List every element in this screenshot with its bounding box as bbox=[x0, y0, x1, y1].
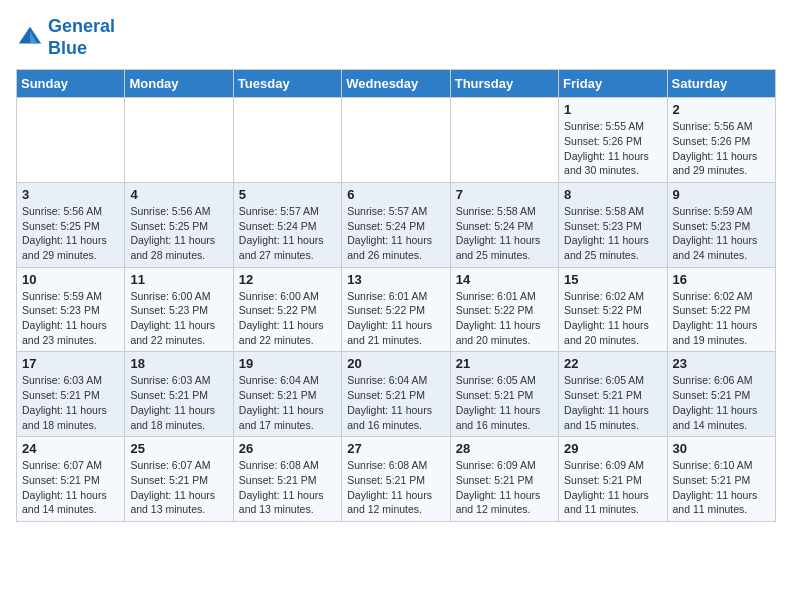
day-cell: 13Sunrise: 6:01 AM Sunset: 5:22 PM Dayli… bbox=[342, 267, 450, 352]
day-number: 18 bbox=[130, 356, 227, 371]
day-info: Sunrise: 5:59 AM Sunset: 5:23 PM Dayligh… bbox=[673, 204, 770, 263]
page-header: General Blue bbox=[16, 16, 776, 59]
day-number: 11 bbox=[130, 272, 227, 287]
day-cell: 28Sunrise: 6:09 AM Sunset: 5:21 PM Dayli… bbox=[450, 437, 558, 522]
day-info: Sunrise: 6:01 AM Sunset: 5:22 PM Dayligh… bbox=[456, 289, 553, 348]
day-info: Sunrise: 6:02 AM Sunset: 5:22 PM Dayligh… bbox=[673, 289, 770, 348]
day-cell: 30Sunrise: 6:10 AM Sunset: 5:21 PM Dayli… bbox=[667, 437, 775, 522]
day-cell: 14Sunrise: 6:01 AM Sunset: 5:22 PM Dayli… bbox=[450, 267, 558, 352]
day-info: Sunrise: 6:10 AM Sunset: 5:21 PM Dayligh… bbox=[673, 458, 770, 517]
week-row-3: 10Sunrise: 5:59 AM Sunset: 5:23 PM Dayli… bbox=[17, 267, 776, 352]
weekday-header-sunday: Sunday bbox=[17, 70, 125, 98]
day-cell bbox=[17, 98, 125, 183]
day-info: Sunrise: 5:56 AM Sunset: 5:25 PM Dayligh… bbox=[130, 204, 227, 263]
day-cell: 23Sunrise: 6:06 AM Sunset: 5:21 PM Dayli… bbox=[667, 352, 775, 437]
week-row-1: 1Sunrise: 5:55 AM Sunset: 5:26 PM Daylig… bbox=[17, 98, 776, 183]
calendar-table: SundayMondayTuesdayWednesdayThursdayFrid… bbox=[16, 69, 776, 522]
day-info: Sunrise: 6:05 AM Sunset: 5:21 PM Dayligh… bbox=[564, 373, 661, 432]
week-row-2: 3Sunrise: 5:56 AM Sunset: 5:25 PM Daylig… bbox=[17, 182, 776, 267]
day-cell bbox=[125, 98, 233, 183]
day-number: 10 bbox=[22, 272, 119, 287]
day-info: Sunrise: 6:06 AM Sunset: 5:21 PM Dayligh… bbox=[673, 373, 770, 432]
day-info: Sunrise: 6:03 AM Sunset: 5:21 PM Dayligh… bbox=[130, 373, 227, 432]
day-number: 9 bbox=[673, 187, 770, 202]
day-info: Sunrise: 6:09 AM Sunset: 5:21 PM Dayligh… bbox=[564, 458, 661, 517]
weekday-header-wednesday: Wednesday bbox=[342, 70, 450, 98]
day-info: Sunrise: 6:09 AM Sunset: 5:21 PM Dayligh… bbox=[456, 458, 553, 517]
day-cell: 10Sunrise: 5:59 AM Sunset: 5:23 PM Dayli… bbox=[17, 267, 125, 352]
day-number: 24 bbox=[22, 441, 119, 456]
day-cell: 29Sunrise: 6:09 AM Sunset: 5:21 PM Dayli… bbox=[559, 437, 667, 522]
day-number: 28 bbox=[456, 441, 553, 456]
day-number: 4 bbox=[130, 187, 227, 202]
day-number: 21 bbox=[456, 356, 553, 371]
day-cell: 1Sunrise: 5:55 AM Sunset: 5:26 PM Daylig… bbox=[559, 98, 667, 183]
day-number: 22 bbox=[564, 356, 661, 371]
week-row-5: 24Sunrise: 6:07 AM Sunset: 5:21 PM Dayli… bbox=[17, 437, 776, 522]
day-info: Sunrise: 5:57 AM Sunset: 5:24 PM Dayligh… bbox=[239, 204, 336, 263]
day-info: Sunrise: 5:58 AM Sunset: 5:24 PM Dayligh… bbox=[456, 204, 553, 263]
day-cell: 25Sunrise: 6:07 AM Sunset: 5:21 PM Dayli… bbox=[125, 437, 233, 522]
day-cell: 12Sunrise: 6:00 AM Sunset: 5:22 PM Dayli… bbox=[233, 267, 341, 352]
day-cell: 7Sunrise: 5:58 AM Sunset: 5:24 PM Daylig… bbox=[450, 182, 558, 267]
day-cell: 3Sunrise: 5:56 AM Sunset: 5:25 PM Daylig… bbox=[17, 182, 125, 267]
day-info: Sunrise: 6:00 AM Sunset: 5:22 PM Dayligh… bbox=[239, 289, 336, 348]
day-number: 17 bbox=[22, 356, 119, 371]
day-number: 6 bbox=[347, 187, 444, 202]
day-info: Sunrise: 6:04 AM Sunset: 5:21 PM Dayligh… bbox=[239, 373, 336, 432]
day-number: 29 bbox=[564, 441, 661, 456]
day-number: 26 bbox=[239, 441, 336, 456]
day-info: Sunrise: 5:57 AM Sunset: 5:24 PM Dayligh… bbox=[347, 204, 444, 263]
day-number: 15 bbox=[564, 272, 661, 287]
weekday-header-saturday: Saturday bbox=[667, 70, 775, 98]
day-info: Sunrise: 5:59 AM Sunset: 5:23 PM Dayligh… bbox=[22, 289, 119, 348]
day-info: Sunrise: 5:56 AM Sunset: 5:25 PM Dayligh… bbox=[22, 204, 119, 263]
day-number: 23 bbox=[673, 356, 770, 371]
weekday-header-tuesday: Tuesday bbox=[233, 70, 341, 98]
weekday-header-friday: Friday bbox=[559, 70, 667, 98]
day-info: Sunrise: 5:55 AM Sunset: 5:26 PM Dayligh… bbox=[564, 119, 661, 178]
day-number: 13 bbox=[347, 272, 444, 287]
day-cell: 11Sunrise: 6:00 AM Sunset: 5:23 PM Dayli… bbox=[125, 267, 233, 352]
day-cell bbox=[450, 98, 558, 183]
day-info: Sunrise: 6:07 AM Sunset: 5:21 PM Dayligh… bbox=[22, 458, 119, 517]
day-cell: 5Sunrise: 5:57 AM Sunset: 5:24 PM Daylig… bbox=[233, 182, 341, 267]
day-cell: 8Sunrise: 5:58 AM Sunset: 5:23 PM Daylig… bbox=[559, 182, 667, 267]
day-number: 12 bbox=[239, 272, 336, 287]
day-number: 1 bbox=[564, 102, 661, 117]
day-cell: 22Sunrise: 6:05 AM Sunset: 5:21 PM Dayli… bbox=[559, 352, 667, 437]
day-cell: 20Sunrise: 6:04 AM Sunset: 5:21 PM Dayli… bbox=[342, 352, 450, 437]
day-cell bbox=[342, 98, 450, 183]
logo-text: General Blue bbox=[48, 16, 115, 59]
weekday-header-thursday: Thursday bbox=[450, 70, 558, 98]
day-number: 8 bbox=[564, 187, 661, 202]
day-number: 27 bbox=[347, 441, 444, 456]
day-info: Sunrise: 6:02 AM Sunset: 5:22 PM Dayligh… bbox=[564, 289, 661, 348]
day-number: 16 bbox=[673, 272, 770, 287]
day-number: 14 bbox=[456, 272, 553, 287]
weekday-header-row: SundayMondayTuesdayWednesdayThursdayFrid… bbox=[17, 70, 776, 98]
day-cell: 27Sunrise: 6:08 AM Sunset: 5:21 PM Dayli… bbox=[342, 437, 450, 522]
day-cell: 19Sunrise: 6:04 AM Sunset: 5:21 PM Dayli… bbox=[233, 352, 341, 437]
day-info: Sunrise: 6:01 AM Sunset: 5:22 PM Dayligh… bbox=[347, 289, 444, 348]
logo: General Blue bbox=[16, 16, 115, 59]
day-info: Sunrise: 6:07 AM Sunset: 5:21 PM Dayligh… bbox=[130, 458, 227, 517]
day-number: 2 bbox=[673, 102, 770, 117]
logo-icon bbox=[16, 24, 44, 52]
day-cell: 6Sunrise: 5:57 AM Sunset: 5:24 PM Daylig… bbox=[342, 182, 450, 267]
day-cell bbox=[233, 98, 341, 183]
day-info: Sunrise: 6:04 AM Sunset: 5:21 PM Dayligh… bbox=[347, 373, 444, 432]
day-info: Sunrise: 6:05 AM Sunset: 5:21 PM Dayligh… bbox=[456, 373, 553, 432]
day-cell: 9Sunrise: 5:59 AM Sunset: 5:23 PM Daylig… bbox=[667, 182, 775, 267]
day-number: 20 bbox=[347, 356, 444, 371]
day-cell: 18Sunrise: 6:03 AM Sunset: 5:21 PM Dayli… bbox=[125, 352, 233, 437]
day-cell: 17Sunrise: 6:03 AM Sunset: 5:21 PM Dayli… bbox=[17, 352, 125, 437]
day-info: Sunrise: 6:08 AM Sunset: 5:21 PM Dayligh… bbox=[347, 458, 444, 517]
day-number: 5 bbox=[239, 187, 336, 202]
day-info: Sunrise: 5:58 AM Sunset: 5:23 PM Dayligh… bbox=[564, 204, 661, 263]
day-info: Sunrise: 6:08 AM Sunset: 5:21 PM Dayligh… bbox=[239, 458, 336, 517]
day-number: 25 bbox=[130, 441, 227, 456]
weekday-header-monday: Monday bbox=[125, 70, 233, 98]
day-cell: 21Sunrise: 6:05 AM Sunset: 5:21 PM Dayli… bbox=[450, 352, 558, 437]
day-cell: 15Sunrise: 6:02 AM Sunset: 5:22 PM Dayli… bbox=[559, 267, 667, 352]
